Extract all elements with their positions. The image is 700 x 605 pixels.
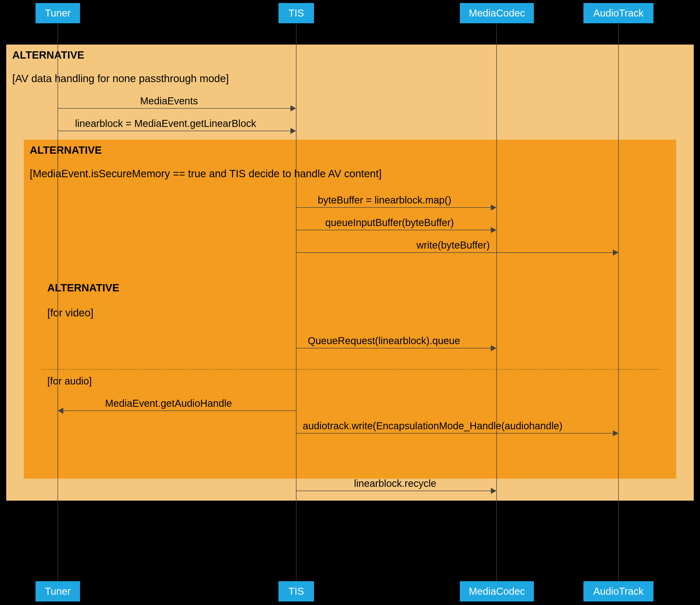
msg-queuerequest-label: QueueRequest(linearblock).queue: [308, 335, 460, 346]
participant-audiotrack-top: AudioTrack: [583, 3, 653, 23]
alt-inner-divider: [41, 369, 660, 370]
alt-inner-title: ALTERNATIVE: [47, 282, 119, 294]
msg-encap-line: [296, 433, 616, 434]
msg-write-line: [296, 252, 616, 253]
msg-recycle-label: linearblock.recycle: [354, 478, 436, 489]
msg-mediaevents-label: MediaEvents: [140, 95, 198, 106]
msg-recycle-arrow: [491, 488, 496, 494]
msg-queuerequest-line: [296, 348, 493, 348]
msg-map-line: [296, 207, 493, 208]
msg-queueinput-line: [296, 230, 493, 230]
msg-queuerequest-arrow: [491, 345, 496, 351]
alt-outer-title: ALTERNATIVE: [12, 49, 84, 61]
msg-mediaevents-line: [58, 108, 293, 108]
participant-tis-bottom: TIS: [278, 581, 314, 602]
alt-inner-cond-a: [for video]: [47, 307, 93, 319]
participant-mediacodec-top: MediaCodec: [460, 3, 534, 23]
msg-map-arrow: [491, 204, 496, 211]
msg-getaudiohandle-arrow: [58, 408, 63, 414]
lifeline-mediacodec-over: [496, 45, 497, 501]
participant-tis-top: TIS: [278, 3, 314, 23]
msg-mediaevents-arrow: [291, 105, 296, 112]
msg-encap-arrow: [613, 430, 619, 436]
msg-queueinput-label: queueInputBuffer(byteBuffer): [325, 217, 454, 228]
msg-encap-label: audiotrack.write(EncapsulationMode_Handl…: [303, 420, 562, 432]
participant-mediacodec-bottom: MediaCodec: [460, 581, 534, 602]
msg-map-label: byteBuffer = linearblock.map(): [318, 194, 451, 206]
participant-audiotrack-bottom: AudioTrack: [583, 581, 653, 602]
msg-getlinearblock-line: [58, 131, 293, 131]
participant-tuner-bottom: Tuner: [35, 581, 80, 602]
msg-recycle-line: [296, 491, 493, 491]
alt-mid-cond: [MediaEvent.isSecureMemory == true and T…: [30, 168, 381, 180]
msg-write-label: write(byteBuffer): [417, 240, 490, 251]
lifeline-tis-over: [296, 45, 297, 501]
msg-getaudiohandle-line: [61, 411, 296, 411]
lifeline-tuner-over: [57, 45, 58, 501]
msg-write-arrow: [613, 249, 619, 256]
msg-getaudiohandle-label: MediaEvent.getAudioHandle: [105, 398, 232, 409]
participant-tuner-top: Tuner: [35, 3, 80, 23]
msg-getlinearblock-label: linearblock = MediaEvent.getLinearBlock: [75, 118, 256, 129]
alt-mid-title: ALTERNATIVE: [30, 144, 102, 156]
msg-getlinearblock-arrow: [291, 128, 296, 134]
alt-inner-cond-b: [for audio]: [47, 376, 92, 387]
alt-outer-cond: [AV data handling for none passthrough m…: [12, 73, 229, 84]
msg-queueinput-arrow: [491, 227, 496, 233]
